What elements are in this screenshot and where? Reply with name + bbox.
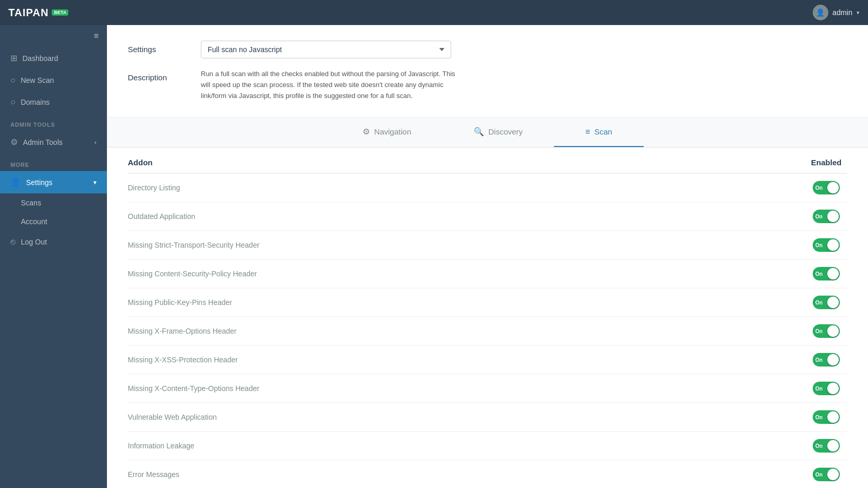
sidebar-item-settings[interactable]: 👤 Settings ▾ <box>0 171 107 193</box>
addon-name: Missing Content-Security-Policy Header <box>128 270 257 278</box>
toggle-switch-5[interactable]: On <box>813 324 840 338</box>
addon-name: Outdated Application <box>128 212 195 221</box>
addon-name: Missing X-Frame-Options Header <box>128 327 237 335</box>
table-row: Directory Listing On <box>128 174 847 202</box>
col-addon-header: Addon <box>128 158 152 167</box>
sidebar-item-label: Settings <box>26 178 53 187</box>
toggle-switch-8[interactable]: On <box>813 410 840 424</box>
description-label: Description <box>128 69 190 82</box>
tab-discovery[interactable]: 🔍 Discovery <box>442 117 554 147</box>
description-control: Run a full scan with all the checks enab… <box>201 69 847 101</box>
settings-header: Settings Full scan no Javascript Full sc… <box>107 25 868 117</box>
main-content: Settings Full scan no Javascript Full sc… <box>107 25 868 488</box>
table-row: Missing Content-Security-Policy Header O… <box>128 260 847 288</box>
table-row: Information Leakage On <box>128 432 847 460</box>
toggle-container: On <box>805 238 847 252</box>
addon-name: Missing Strict-Transport-Security Header <box>128 241 259 249</box>
settings-icon: 👤 <box>10 177 21 187</box>
admin-tools-icon: ⚙ <box>10 137 18 147</box>
table-row: Missing Strict-Transport-Security Header… <box>128 231 847 260</box>
toggle-container: On <box>805 353 847 367</box>
sidebar-item-label: New Scan <box>21 76 54 84</box>
toggle-container: On <box>805 181 847 194</box>
brand-name: TAIPAN <box>8 7 49 19</box>
table-row: Error Messages On <box>128 460 847 488</box>
sidebar-item-new-scan[interactable]: ○ New Scan <box>0 69 107 91</box>
logout-icon: ⎋ <box>10 237 16 247</box>
addon-name: Information Leakage <box>128 442 195 450</box>
table-row: Missing X-Frame-Options Header On <box>128 317 847 346</box>
user-menu[interactable]: 👤 admin ▾ <box>813 5 860 20</box>
settings-select[interactable]: Full scan no Javascript Full scan with J… <box>201 41 451 58</box>
brand: TAIPAN BETA <box>8 7 68 19</box>
toggle-container: On <box>805 267 847 280</box>
addon-name: Error Messages <box>128 470 179 479</box>
toggle-container: On <box>805 382 847 395</box>
sidebar-item-label: Dashboard <box>22 54 58 63</box>
settings-row-description: Description Run a full scan with all the… <box>128 69 847 101</box>
toggle-switch-3[interactable]: On <box>813 267 840 280</box>
table-row: Vulnerable Web Application On <box>128 403 847 432</box>
sidebar-item-logout[interactable]: ⎋ Log Out <box>0 231 107 253</box>
sidebar-item-domains[interactable]: ○ Domains <box>0 91 107 113</box>
settings-description: Run a full scan with all the checks enab… <box>201 69 462 101</box>
hamburger-icon[interactable]: ≡ <box>94 31 99 41</box>
account-label: Account <box>21 217 47 226</box>
sidebar-item-label: Domains <box>21 98 50 106</box>
toggle-switch-7[interactable]: On <box>813 382 840 395</box>
tab-discovery-label: Discovery <box>488 127 523 136</box>
navbar: TAIPAN BETA 👤 admin ▾ <box>0 0 868 25</box>
toggle-container: On <box>805 210 847 223</box>
scan-icon: ≡ <box>585 127 590 137</box>
sidebar-item-account[interactable]: Account <box>0 212 107 231</box>
table-row: Missing X-XSS-Protection Header On <box>128 346 847 374</box>
tab-scan-label: Scan <box>594 127 612 136</box>
addon-name: Directory Listing <box>128 184 180 192</box>
tabs-bar: ⚙ Navigation 🔍 Discovery ≡ Scan <box>107 117 868 148</box>
tab-scan[interactable]: ≡ Scan <box>554 118 644 147</box>
toggle-container: On <box>805 324 847 338</box>
toggle-container: On <box>805 468 847 481</box>
settings-chevron-icon: ▾ <box>93 179 97 186</box>
menu-toggle[interactable]: ≡ <box>0 25 107 47</box>
settings-control: Full scan no Javascript Full scan with J… <box>201 41 847 58</box>
table-row: Outdated Application On <box>128 202 847 231</box>
table-row: Missing X-Content-Type-Options Header On <box>128 374 847 403</box>
settings-label: Settings <box>128 41 190 54</box>
addon-table: Addon Enabled Directory Listing On Outda… <box>107 148 868 488</box>
admin-tools-section-label: ADMIN TOOLS <box>0 113 107 131</box>
domains-icon: ○ <box>10 97 16 107</box>
toggle-container: On <box>805 296 847 309</box>
toggle-switch-9[interactable]: On <box>813 439 840 453</box>
table-row: Missing Public-Key-Pins Header On <box>128 288 847 317</box>
tab-navigation[interactable]: ⚙ Navigation <box>331 117 442 147</box>
toggle-switch-1[interactable]: On <box>813 210 840 223</box>
sidebar-item-scans[interactable]: Scans <box>0 193 107 212</box>
new-scan-icon: ○ <box>10 76 16 85</box>
sidebar-item-label: Log Out <box>21 238 47 246</box>
sidebar-item-dashboard[interactable]: ⊞ Dashboard <box>0 47 107 69</box>
addon-table-header: Addon Enabled <box>128 148 847 174</box>
more-section-label: MORE <box>0 153 107 171</box>
discovery-icon: 🔍 <box>474 127 484 137</box>
toggle-switch-2[interactable]: On <box>813 238 840 252</box>
addon-name: Missing X-Content-Type-Options Header <box>128 384 259 393</box>
sidebar-item-label: Admin Tools <box>23 138 63 147</box>
admin-tools-chevron-icon: ‹ <box>94 139 97 146</box>
toggle-container: On <box>805 410 847 424</box>
beta-badge: BETA <box>52 9 68 16</box>
settings-row-profile: Settings Full scan no Javascript Full sc… <box>128 41 847 58</box>
sidebar: ≡ ⊞ Dashboard ○ New Scan ○ Domains ADMIN… <box>0 25 107 488</box>
toggle-container: On <box>805 439 847 453</box>
navigation-icon: ⚙ <box>363 127 370 137</box>
avatar: 👤 <box>813 5 828 20</box>
toggle-switch-10[interactable]: On <box>813 468 840 481</box>
toggle-switch-6[interactable]: On <box>813 353 840 367</box>
sidebar-item-admin-tools[interactable]: ⚙ Admin Tools ‹ <box>0 131 107 153</box>
addon-name: Vulnerable Web Application <box>128 413 216 421</box>
user-chevron-icon: ▾ <box>857 9 860 16</box>
addon-name: Missing Public-Key-Pins Header <box>128 298 232 307</box>
toggle-switch-4[interactable]: On <box>813 296 840 309</box>
col-enabled-header: Enabled <box>805 158 847 167</box>
toggle-switch-0[interactable]: On <box>813 181 840 194</box>
